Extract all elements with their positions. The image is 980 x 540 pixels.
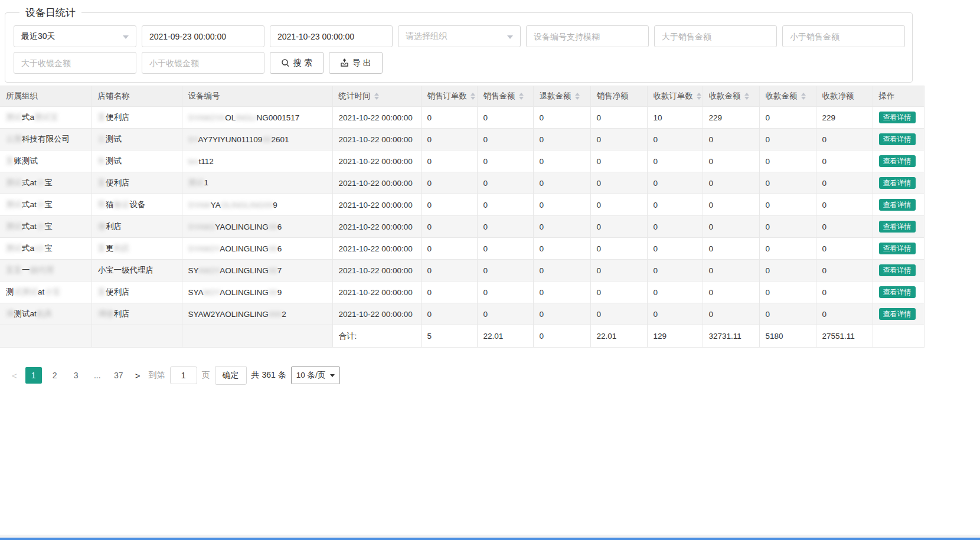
column-header[interactable]: 收款金额 — [759, 86, 816, 107]
view-detail-button[interactable]: 查看详情 — [879, 155, 916, 167]
value-cell: 10 — [647, 107, 703, 129]
org-select[interactable]: 请选择组织 — [398, 25, 521, 47]
value-cell: 0 — [421, 282, 477, 303]
device-cell: SYAW2YAOLINGLING009 — [182, 282, 332, 303]
gt-sales-input[interactable] — [662, 26, 769, 47]
next-page-button[interactable]: > — [132, 371, 144, 381]
sort-icon[interactable] — [697, 93, 701, 100]
sort-icon[interactable] — [471, 93, 475, 100]
end-date-field[interactable] — [270, 25, 393, 47]
value-cell: 0 — [647, 129, 703, 150]
start-date-field[interactable] — [142, 25, 264, 47]
column-header[interactable]: 统计时间 — [332, 86, 421, 107]
value-cell: 0 — [816, 238, 873, 260]
page-button[interactable]: 3 — [68, 367, 84, 384]
cell-text: 利店 — [106, 222, 122, 231]
view-detail-button[interactable]: 查看详情 — [879, 264, 916, 276]
cell-text: 宝 — [44, 222, 53, 231]
export-button[interactable]: 导 出 — [329, 52, 383, 74]
value-cell: 0 — [477, 303, 533, 325]
device-cell: SYAY7YIYUN011109002601 — [182, 129, 332, 150]
column-header[interactable]: 收款金额 — [703, 86, 759, 107]
export-icon — [340, 58, 349, 67]
value-cell: 0 — [703, 303, 759, 325]
jump-page-input[interactable] — [170, 366, 197, 384]
value-cell: 0 — [759, 194, 816, 216]
column-header-label: 设备编号 — [188, 91, 220, 102]
lt-sales-input[interactable] — [790, 26, 897, 47]
lt-cashier-field[interactable] — [142, 52, 264, 74]
lt-sales-field[interactable] — [782, 25, 905, 47]
sort-icon[interactable] — [519, 93, 524, 100]
cell-text: 测试 — [106, 156, 122, 165]
redacted-text: 测试 — [188, 178, 204, 187]
view-detail-button[interactable]: 查看详情 — [879, 177, 916, 189]
page-button[interactable]: 1 — [25, 367, 42, 384]
org-cell: 某账测试 — [0, 150, 92, 172]
redacted-text: tes — [188, 157, 199, 166]
page-size-select[interactable]: 10 条/页 — [291, 366, 341, 384]
action-cell: 查看详情 — [873, 107, 924, 129]
column-header: 设备编号 — [182, 86, 332, 107]
device-cell: SYAW2YAOLINGLING007 — [182, 260, 332, 282]
gt-cashier-input[interactable] — [21, 53, 129, 73]
cell-text: 式at — [22, 200, 37, 209]
column-header: 收款净额 — [816, 86, 873, 107]
time-cell: 2021-10-22 00:00:00 — [332, 107, 421, 129]
cell-text: 7 — [277, 266, 282, 275]
cell-text: YAOLINGLING — [215, 222, 269, 231]
end-date-input[interactable] — [277, 26, 385, 47]
sort-icon[interactable] — [374, 93, 379, 100]
gt-cashier-field[interactable] — [14, 52, 136, 74]
date-range-select[interactable]: 最近30天 — [14, 25, 136, 47]
value-cell: 0 — [759, 107, 816, 129]
value-cell: 0 — [647, 238, 703, 260]
page-button[interactable]: 37 — [110, 367, 127, 384]
view-detail-button[interactable]: 查看详情 — [879, 308, 916, 320]
view-detail-button[interactable]: 查看详情 — [879, 286, 916, 298]
table-row: 测试式a测试宝某便利店SYAW2YAOLINGLING00015172021-1… — [0, 107, 924, 129]
sort-icon[interactable] — [744, 93, 749, 100]
column-header[interactable]: 销售金额 — [477, 86, 533, 107]
value-cell: 0 — [533, 107, 590, 129]
search-button[interactable]: 搜 索 — [270, 52, 324, 74]
cell-text: SYAW2YAOLINGLING — [188, 310, 269, 319]
device-code-field[interactable] — [526, 25, 649, 47]
time-cell: 2021-10-22 00:00:00 — [332, 194, 421, 216]
value-cell: 0 — [816, 129, 873, 150]
page-button[interactable]: 2 — [47, 367, 63, 384]
cell-text: 测试 — [106, 135, 122, 143]
view-detail-button[interactable]: 查看详情 — [879, 133, 916, 145]
confirm-button[interactable]: 确定 — [215, 366, 247, 385]
redacted-text: 测试 — [6, 200, 22, 209]
value-cell: 0 — [759, 172, 816, 194]
sort-icon[interactable] — [575, 93, 580, 100]
device-code-input[interactable] — [534, 26, 641, 47]
device-cell: 测试1 — [182, 172, 332, 194]
redacted-text: 双 — [98, 200, 106, 209]
action-cell: 查看详情 — [873, 194, 924, 216]
cell-text: 更 — [106, 244, 114, 253]
column-header[interactable]: 退款金额 — [533, 86, 590, 107]
prev-page-button[interactable]: < — [8, 371, 21, 381]
start-date-input[interactable] — [149, 26, 257, 47]
summary-empty-cell — [92, 325, 182, 348]
value-cell: 0 — [759, 150, 816, 172]
view-detail-button[interactable]: 查看详情 — [879, 221, 916, 233]
column-header[interactable]: 收款订单数 — [647, 86, 703, 107]
gt-sales-field[interactable] — [654, 25, 777, 47]
cell-text: 科技有限公司 — [22, 135, 70, 143]
column-header: 店铺名称 — [92, 86, 182, 107]
chevron-down-icon — [123, 35, 129, 39]
view-detail-button[interactable]: 查看详情 — [879, 243, 916, 254]
redacted-text: 00 — [269, 244, 277, 253]
view-detail-button[interactable]: 查看详情 — [879, 199, 916, 211]
sort-icon[interactable] — [801, 93, 806, 100]
lt-cashier-input[interactable] — [149, 53, 257, 73]
redacted-text: 测试宝 — [34, 113, 58, 122]
view-detail-button[interactable]: 查看详情 — [879, 112, 916, 123]
value-cell: 0 — [533, 260, 590, 282]
summary-empty-cell — [182, 325, 332, 348]
value-cell: 0 — [590, 107, 647, 129]
column-header[interactable]: 销售订单数 — [421, 86, 477, 107]
